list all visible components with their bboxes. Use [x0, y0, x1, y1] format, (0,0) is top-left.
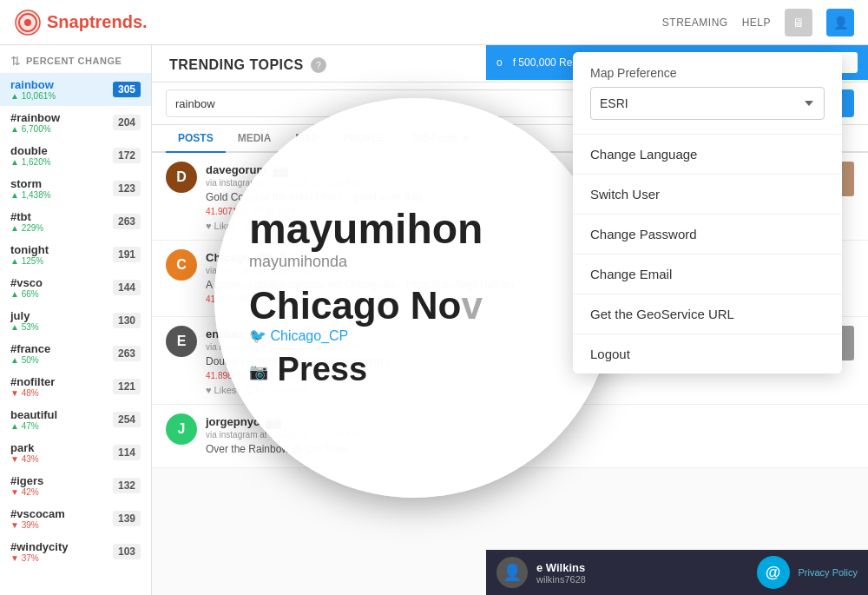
sidebar-item-storm[interactable]: storm ▲ 1,438% 123: [0, 172, 151, 205]
sidebar-item-count: 121: [113, 379, 141, 394]
post-avatar: J: [166, 413, 197, 445]
post-username: jorgepnyc: [206, 415, 260, 428]
sidebar-item-hash-france[interactable]: #france ▲ 50% 263: [0, 337, 151, 370]
sidebar-item-change: ▲ 6,700%: [10, 124, 60, 134]
app-name-trends: trends.: [89, 12, 148, 31]
sidebar-item-name: #vscocam: [10, 507, 65, 520]
sidebar-item-hash-rainbow[interactable]: #rainbow ▲ 6,700% 204: [0, 106, 151, 139]
sidebar-item-left: beautiful ▲ 47%: [10, 408, 57, 431]
monitor-icon-btn[interactable]: 🖥: [785, 9, 812, 36]
privacy-policy-link[interactable]: Privacy Policy: [799, 567, 858, 578]
sidebar-item-hash-vscocam[interactable]: #vscocam ▼ 39% 139: [0, 502, 151, 535]
sidebar-item-name: beautiful: [10, 408, 57, 421]
sidebar-item-name: park: [10, 441, 39, 454]
dropdown-item-geoservice-url[interactable]: Get the GeoService URL: [573, 294, 842, 334]
sort-icon: ⇅: [10, 54, 21, 68]
sidebar-item-hash-nofilter[interactable]: #nofilter ▼ 48% 121: [0, 370, 151, 403]
sidebar-header-label: PERCENT CHANGE: [26, 56, 122, 66]
streaming-link[interactable]: STREAMING: [662, 17, 728, 29]
sidebar-item-hash-windycity[interactable]: #windycity ▼ 37% 103: [0, 535, 151, 568]
help-link[interactable]: HELP: [742, 17, 771, 29]
sidebar-item-count: 114: [113, 445, 141, 460]
sidebar-item-change: ▲ 125%: [10, 256, 49, 266]
dropdown-item-change-email[interactable]: Change Email: [573, 255, 842, 294]
sidebar-item-name: #tbt: [10, 210, 43, 223]
sidebar-item-change: ▲ 229%: [10, 223, 43, 233]
sidebar-item-tonight[interactable]: tonight ▲ 125% 191: [0, 238, 151, 271]
dropdown-item-logout[interactable]: Logout: [573, 334, 842, 374]
sidebar-header: ⇅ PERCENT CHANGE: [0, 45, 151, 73]
help-icon[interactable]: ?: [311, 57, 326, 73]
at-logo: @: [757, 556, 790, 589]
sidebar-item-hash-vsco[interactable]: #vsco ▲ 66% 144: [0, 271, 151, 304]
bottom-user-name: e Wilkins: [536, 561, 748, 574]
sidebar-item-count: 263: [113, 346, 141, 361]
sidebar-item-name: storm: [10, 177, 51, 190]
user-icon-btn[interactable]: 👤: [826, 9, 854, 36]
post-avatar: D: [166, 162, 197, 193]
app-name-snap: Snap: [47, 12, 89, 31]
post-action[interactable]: ♥ Likes: [206, 384, 236, 395]
zoom-brand-name: Chicago Nov: [249, 285, 483, 327]
sidebar-item-left: #vscocam ▼ 39%: [10, 507, 65, 530]
map-preference-section: Map Preference ESRI Google OpenStreetMap: [573, 66, 842, 135]
sidebar-item-park[interactable]: park ▼ 43% 114: [0, 436, 151, 469]
map-preference-label: Map Preference: [590, 66, 825, 80]
bottom-user-handle: wilkins7628: [536, 574, 748, 585]
sidebar-item-hash-tbt[interactable]: #tbt ▲ 229% 263: [0, 205, 151, 238]
sidebar-item-count: 132: [113, 478, 141, 493]
app-container: 28.01% of 500,000 Snaptrends. STREAMING …: [0, 0, 868, 595]
sidebar-item-count: 130: [113, 313, 141, 328]
sidebar-item-change: ▲ 66%: [10, 289, 43, 299]
sidebar-item-rainbow[interactable]: rainbow ▲ 10,061% 305: [0, 73, 151, 106]
sidebar-item-left: #nofilter ▼ 48%: [10, 375, 55, 398]
dropdown-item-change-language[interactable]: Change Language: [573, 135, 842, 175]
sidebar-item-left: storm ▲ 1,438%: [10, 177, 51, 200]
sidebar-item-name: #igers: [10, 474, 43, 487]
sidebar-item-left: double ▲ 1,620%: [10, 144, 51, 167]
tab-posts[interactable]: POSTS: [166, 125, 226, 153]
sidebar-item-left: #france ▲ 50%: [10, 342, 50, 365]
sidebar-item-left: #vsco ▲ 66%: [10, 276, 43, 299]
sidebar-item-name: #france: [10, 342, 50, 355]
sidebar-item-count: 172: [113, 148, 141, 163]
sidebar-items: rainbow ▲ 10,061% 305 #rainbow ▲ 6,700% …: [0, 73, 151, 568]
dropdown-item-change-password[interactable]: Change Password: [573, 215, 842, 255]
sidebar-item-change: ▲ 50%: [10, 355, 50, 365]
logo-icon: [14, 9, 42, 36]
monitor-icon: 🖥: [792, 16, 805, 30]
dropdown-item-switch-user[interactable]: Switch User: [573, 175, 842, 215]
sidebar-item-july[interactable]: july ▲ 53% 130: [0, 304, 151, 337]
sidebar-item-double[interactable]: double ▲ 1,620% 172: [0, 139, 151, 172]
sidebar-item-count: 144: [113, 280, 141, 295]
sidebar-item-change: ▲ 1,620%: [10, 157, 51, 167]
svg-point-2: [24, 19, 31, 26]
post-avatar: C: [166, 249, 197, 281]
sidebar-item-change: ▼ 37%: [10, 553, 68, 563]
sidebar-item-beautiful[interactable]: beautiful ▲ 47% 254: [0, 403, 151, 436]
sidebar-item-name: #nofilter: [10, 375, 55, 388]
sidebar-item-left: july ▲ 53%: [10, 309, 39, 332]
sidebar-item-change: ▲ 53%: [10, 322, 39, 332]
tab-media[interactable]: MEDIA: [226, 125, 284, 153]
app-logo[interactable]: Snaptrends.: [14, 9, 148, 36]
sub-header-text: o: [496, 56, 503, 69]
sidebar-item-left: tonight ▲ 125%: [10, 243, 49, 266]
map-preference-select[interactable]: ESRI Google OpenStreetMap: [590, 87, 825, 120]
sidebar: ⇅ PERCENT CHANGE rainbow ▲ 10,061% 305 #…: [0, 45, 152, 595]
sidebar-item-count: 305: [113, 82, 141, 97]
sidebar-item-name: july: [10, 309, 39, 322]
sidebar-item-count: 123: [113, 181, 141, 196]
dropdown-panel: Map Preference ESRI Google OpenStreetMap…: [573, 52, 842, 374]
sidebar-item-name: #windycity: [10, 540, 68, 553]
sidebar-item-left: rainbow ▲ 10,061%: [10, 78, 56, 101]
sidebar-item-change: ▲ 1,438%: [10, 190, 51, 200]
zoom-brand-handle: 🐦 Chicago_CP: [249, 327, 348, 344]
sidebar-item-change: ▼ 39%: [10, 520, 65, 530]
bottom-user-info: e Wilkins wilkins7628: [536, 561, 748, 585]
sidebar-item-hash-igers[interactable]: #igers ▼ 42% 132: [0, 469, 151, 502]
sidebar-item-name: rainbow: [10, 78, 56, 91]
zoom-brand-handle-text: Chicago_CP: [270, 328, 348, 343]
bottom-user-avatar: 👤: [496, 557, 528, 588]
user-icon: 👤: [833, 16, 848, 30]
